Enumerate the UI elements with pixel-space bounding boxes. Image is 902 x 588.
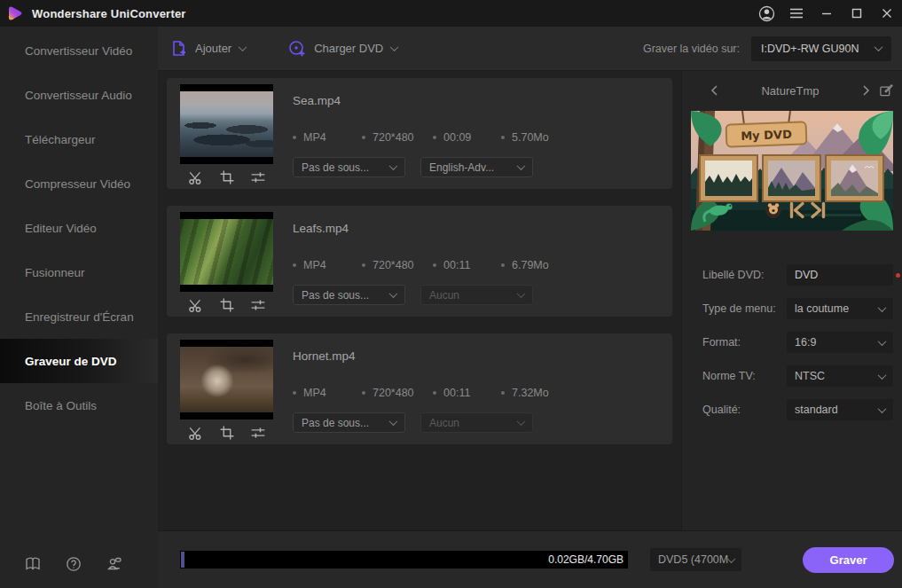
capacity-text: 0.02GB/4.70GB <box>548 553 628 566</box>
dvd-label-label: Libellé DVD: <box>702 269 787 281</box>
sidebar-item-graveur-de-dvd[interactable]: Graveur de DVD <box>0 339 158 383</box>
add-files-label: Ajouter <box>195 42 231 55</box>
app-title: Wondershare UniConverter <box>32 7 186 20</box>
video-size: 6.79Mo <box>501 259 549 271</box>
add-files-button[interactable]: Ajouter <box>170 40 246 57</box>
chevron-down-icon <box>878 404 887 413</box>
sidebar-item-convertisseur-video[interactable]: Convertisseur Vidéo <box>0 28 158 73</box>
subtitle-select[interactable]: Pas de sous... <box>293 157 405 177</box>
sidebar-item-editeur-video[interactable]: Editeur Vidéo <box>0 206 158 250</box>
titlebar: Wondershare UniConverter <box>0 0 902 27</box>
aspect-ratio-label: Format: <box>702 336 787 349</box>
edit-template-icon[interactable] <box>879 83 893 98</box>
chevron-down-icon <box>878 371 887 380</box>
burn-to-label: Graver la vidéo sur: <box>643 43 740 55</box>
maximize-icon[interactable] <box>842 0 872 27</box>
video-card-leafs[interactable]: Leafs.mp4 MP4 720*480 00:11 6.79Mo Pas d… <box>167 206 672 317</box>
effects-icon[interactable] <box>250 169 266 185</box>
audio-track-select[interactable]: Aucun <box>420 285 533 305</box>
video-title: Sea.mp4 <box>293 94 672 107</box>
menu-type-select[interactable]: la coutume <box>787 298 893 319</box>
subtitle-select[interactable]: Pas de sous... <box>293 412 405 433</box>
help-icon[interactable] <box>66 556 82 572</box>
video-resolution: 720*480 <box>362 259 433 271</box>
chevron-down-icon <box>517 161 526 170</box>
dvd-menu-title: My DVD <box>741 128 792 143</box>
video-title: Hornet.mp4 <box>293 349 672 363</box>
chevron-down-icon <box>878 337 887 346</box>
load-dvd-label: Charger DVD <box>314 42 383 55</box>
toolbar: Ajouter Charger DVD Graver la vidéo sur:… <box>158 27 902 71</box>
video-resolution: 720*480 <box>362 387 433 399</box>
dvd-menu-preview[interactable]: My DVD <box>691 111 893 231</box>
video-thumbnail <box>180 212 273 292</box>
video-format: MP4 <box>293 259 362 271</box>
prev-template-icon[interactable] <box>709 83 721 98</box>
audio-track-select[interactable]: English-Adv... <box>420 157 533 177</box>
menu-type-label: Type de menu: <box>702 302 787 315</box>
trim-icon[interactable] <box>187 425 203 441</box>
chevron-down-icon <box>390 43 399 51</box>
sidebar-item-compresseur-video[interactable]: Compresseur Vidéo <box>0 161 158 206</box>
sidebar-item-convertisseur-audio[interactable]: Convertisseur Audio <box>0 73 158 117</box>
tv-standard-select[interactable]: NTSC <box>787 365 893 387</box>
video-duration: 00:11 <box>433 259 501 271</box>
video-title: Leafs.mp4 <box>293 222 672 235</box>
required-dot <box>896 273 900 278</box>
dvd-settings-panel: NatureTmp <box>681 71 902 530</box>
subtitle-select[interactable]: Pas de sous... <box>293 285 405 305</box>
support-icon[interactable] <box>106 556 122 572</box>
app-logo-icon <box>6 4 24 22</box>
dvd-label-input[interactable] <box>787 264 893 286</box>
user-guide-icon[interactable] <box>25 556 41 572</box>
load-dvd-button[interactable]: Charger DVD <box>288 40 397 58</box>
chevron-down-icon <box>389 289 398 298</box>
quality-select[interactable]: standard <box>787 399 893 420</box>
aspect-ratio-select[interactable]: 16:9 <box>787 332 893 353</box>
account-icon[interactable] <box>751 0 781 27</box>
chevron-down-icon <box>727 554 736 563</box>
menu-icon[interactable] <box>781 0 812 27</box>
burn-device-value: I:DVD+-RW GU90N <box>761 43 859 55</box>
capacity-bar: 0.02GB/4.70GB <box>180 551 628 568</box>
tv-standard-label: Norme TV: <box>702 370 787 382</box>
disc-type-select[interactable]: DVD5 (4700M <box>650 548 741 571</box>
video-size: 7.32Mo <box>501 387 549 399</box>
burn-device-select[interactable]: I:DVD+-RW GU90N <box>751 36 891 61</box>
chevron-down-icon <box>517 289 526 298</box>
minimize-icon[interactable] <box>812 0 842 27</box>
sidebar-item-fusionneur[interactable]: Fusionneur <box>0 250 158 294</box>
chevron-down-icon <box>389 417 398 426</box>
video-format: MP4 <box>293 387 362 399</box>
capacity-fill <box>181 552 184 568</box>
burn-button[interactable]: Graver <box>803 547 894 573</box>
load-dvd-icon <box>288 40 306 58</box>
trim-icon[interactable] <box>187 297 203 313</box>
video-card-hornet[interactable]: Hornet.mp4 MP4 720*480 00:11 7.32Mo Pas … <box>167 333 672 444</box>
close-icon[interactable] <box>872 0 902 27</box>
sidebar: Convertisseur Vidéo Convertisseur Audio … <box>0 27 158 588</box>
video-resolution: 720*480 <box>362 131 433 144</box>
sidebar-item-boite-a-outils[interactable]: Boîte à Outils <box>0 383 158 427</box>
video-thumbnail <box>180 340 273 419</box>
next-template-icon[interactable] <box>859 83 872 98</box>
chevron-down-icon <box>517 417 526 426</box>
trim-icon[interactable] <box>187 169 203 185</box>
video-format: MP4 <box>293 131 362 144</box>
effects-icon[interactable] <box>250 425 266 441</box>
chevron-down-icon <box>878 303 887 312</box>
video-card-sea[interactable]: Sea.mp4 MP4 720*480 00:09 5.70Mo Pas de … <box>167 78 672 189</box>
crop-icon[interactable] <box>219 169 235 185</box>
effects-icon[interactable] <box>250 297 266 313</box>
audio-track-select[interactable]: Aucun <box>420 412 533 433</box>
video-list: Sea.mp4 MP4 720*480 00:09 5.70Mo Pas de … <box>158 71 681 530</box>
video-duration: 00:11 <box>433 387 501 399</box>
chevron-down-icon <box>239 43 247 51</box>
crop-icon[interactable] <box>219 297 235 313</box>
video-thumbnail <box>180 84 273 164</box>
sidebar-item-telechargeur[interactable]: Téléchargeur <box>0 117 158 161</box>
template-name: NatureTmp <box>721 84 859 98</box>
video-size: 5.70Mo <box>501 131 549 144</box>
sidebar-item-enregistreur-ecran[interactable]: Enregistreur d'Écran <box>0 294 158 339</box>
crop-icon[interactable] <box>219 425 235 441</box>
